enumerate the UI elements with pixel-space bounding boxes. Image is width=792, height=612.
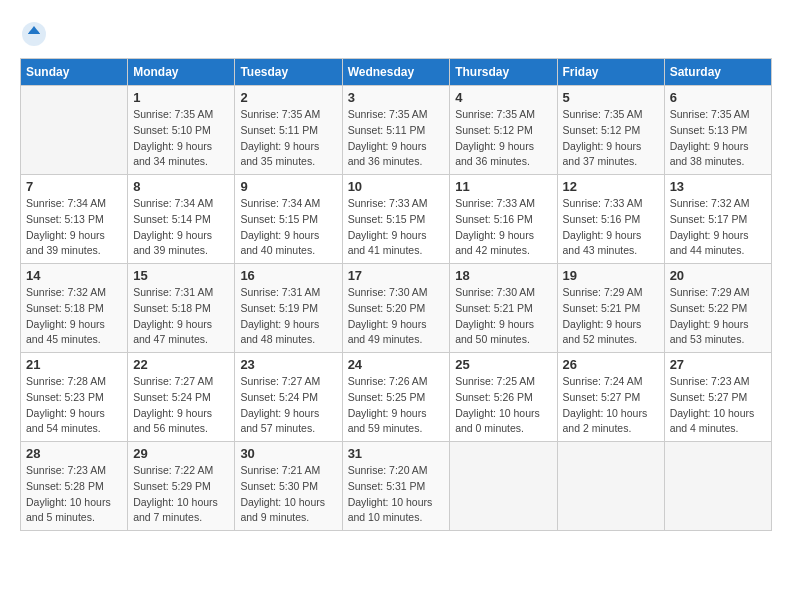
day-info: Sunrise: 7:35 AMSunset: 5:10 PMDaylight:…	[133, 107, 229, 170]
weekday-header-thursday: Thursday	[450, 59, 557, 86]
weekday-header-sunday: Sunday	[21, 59, 128, 86]
day-number: 6	[670, 90, 766, 105]
day-number: 26	[563, 357, 659, 372]
day-number: 13	[670, 179, 766, 194]
day-number: 3	[348, 90, 445, 105]
day-info: Sunrise: 7:35 AMSunset: 5:12 PMDaylight:…	[563, 107, 659, 170]
calendar-cell: 1Sunrise: 7:35 AMSunset: 5:10 PMDaylight…	[128, 86, 235, 175]
day-number: 25	[455, 357, 551, 372]
day-number: 1	[133, 90, 229, 105]
day-info: Sunrise: 7:33 AMSunset: 5:15 PMDaylight:…	[348, 196, 445, 259]
weekday-header-wednesday: Wednesday	[342, 59, 450, 86]
day-info: Sunrise: 7:29 AMSunset: 5:21 PMDaylight:…	[563, 285, 659, 348]
day-info: Sunrise: 7:34 AMSunset: 5:13 PMDaylight:…	[26, 196, 122, 259]
day-info: Sunrise: 7:25 AMSunset: 5:26 PMDaylight:…	[455, 374, 551, 437]
day-info: Sunrise: 7:23 AMSunset: 5:27 PMDaylight:…	[670, 374, 766, 437]
day-info: Sunrise: 7:29 AMSunset: 5:22 PMDaylight:…	[670, 285, 766, 348]
logo	[20, 20, 52, 48]
day-info: Sunrise: 7:27 AMSunset: 5:24 PMDaylight:…	[133, 374, 229, 437]
calendar-week-row: 21Sunrise: 7:28 AMSunset: 5:23 PMDayligh…	[21, 353, 772, 442]
calendar-cell	[557, 442, 664, 531]
day-info: Sunrise: 7:23 AMSunset: 5:28 PMDaylight:…	[26, 463, 122, 526]
day-number: 30	[240, 446, 336, 461]
calendar-cell: 14Sunrise: 7:32 AMSunset: 5:18 PMDayligh…	[21, 264, 128, 353]
calendar-cell: 7Sunrise: 7:34 AMSunset: 5:13 PMDaylight…	[21, 175, 128, 264]
calendar-table: SundayMondayTuesdayWednesdayThursdayFrid…	[20, 58, 772, 531]
calendar-cell: 31Sunrise: 7:20 AMSunset: 5:31 PMDayligh…	[342, 442, 450, 531]
calendar-cell: 27Sunrise: 7:23 AMSunset: 5:27 PMDayligh…	[664, 353, 771, 442]
weekday-header-tuesday: Tuesday	[235, 59, 342, 86]
day-number: 4	[455, 90, 551, 105]
calendar-cell: 5Sunrise: 7:35 AMSunset: 5:12 PMDaylight…	[557, 86, 664, 175]
calendar-cell: 22Sunrise: 7:27 AMSunset: 5:24 PMDayligh…	[128, 353, 235, 442]
day-info: Sunrise: 7:30 AMSunset: 5:20 PMDaylight:…	[348, 285, 445, 348]
calendar-cell: 10Sunrise: 7:33 AMSunset: 5:15 PMDayligh…	[342, 175, 450, 264]
day-info: Sunrise: 7:35 AMSunset: 5:11 PMDaylight:…	[240, 107, 336, 170]
calendar-cell: 20Sunrise: 7:29 AMSunset: 5:22 PMDayligh…	[664, 264, 771, 353]
day-number: 14	[26, 268, 122, 283]
day-number: 19	[563, 268, 659, 283]
day-info: Sunrise: 7:34 AMSunset: 5:15 PMDaylight:…	[240, 196, 336, 259]
day-info: Sunrise: 7:22 AMSunset: 5:29 PMDaylight:…	[133, 463, 229, 526]
day-info: Sunrise: 7:30 AMSunset: 5:21 PMDaylight:…	[455, 285, 551, 348]
calendar-week-row: 1Sunrise: 7:35 AMSunset: 5:10 PMDaylight…	[21, 86, 772, 175]
calendar-cell: 28Sunrise: 7:23 AMSunset: 5:28 PMDayligh…	[21, 442, 128, 531]
calendar-cell: 8Sunrise: 7:34 AMSunset: 5:14 PMDaylight…	[128, 175, 235, 264]
calendar-cell: 2Sunrise: 7:35 AMSunset: 5:11 PMDaylight…	[235, 86, 342, 175]
day-info: Sunrise: 7:33 AMSunset: 5:16 PMDaylight:…	[563, 196, 659, 259]
weekday-header-saturday: Saturday	[664, 59, 771, 86]
weekday-header-friday: Friday	[557, 59, 664, 86]
day-info: Sunrise: 7:21 AMSunset: 5:30 PMDaylight:…	[240, 463, 336, 526]
page-header	[20, 20, 772, 48]
day-number: 15	[133, 268, 229, 283]
calendar-cell: 23Sunrise: 7:27 AMSunset: 5:24 PMDayligh…	[235, 353, 342, 442]
calendar-cell: 24Sunrise: 7:26 AMSunset: 5:25 PMDayligh…	[342, 353, 450, 442]
day-info: Sunrise: 7:35 AMSunset: 5:11 PMDaylight:…	[348, 107, 445, 170]
calendar-week-row: 28Sunrise: 7:23 AMSunset: 5:28 PMDayligh…	[21, 442, 772, 531]
logo-icon	[20, 20, 48, 48]
calendar-cell: 21Sunrise: 7:28 AMSunset: 5:23 PMDayligh…	[21, 353, 128, 442]
calendar-cell: 6Sunrise: 7:35 AMSunset: 5:13 PMDaylight…	[664, 86, 771, 175]
day-info: Sunrise: 7:34 AMSunset: 5:14 PMDaylight:…	[133, 196, 229, 259]
calendar-cell	[21, 86, 128, 175]
calendar-cell: 16Sunrise: 7:31 AMSunset: 5:19 PMDayligh…	[235, 264, 342, 353]
day-number: 10	[348, 179, 445, 194]
calendar-header-row: SundayMondayTuesdayWednesdayThursdayFrid…	[21, 59, 772, 86]
day-info: Sunrise: 7:32 AMSunset: 5:18 PMDaylight:…	[26, 285, 122, 348]
day-number: 12	[563, 179, 659, 194]
calendar-cell: 25Sunrise: 7:25 AMSunset: 5:26 PMDayligh…	[450, 353, 557, 442]
calendar-cell	[450, 442, 557, 531]
calendar-cell: 15Sunrise: 7:31 AMSunset: 5:18 PMDayligh…	[128, 264, 235, 353]
day-info: Sunrise: 7:27 AMSunset: 5:24 PMDaylight:…	[240, 374, 336, 437]
weekday-header-monday: Monday	[128, 59, 235, 86]
calendar-cell: 29Sunrise: 7:22 AMSunset: 5:29 PMDayligh…	[128, 442, 235, 531]
calendar-cell	[664, 442, 771, 531]
day-info: Sunrise: 7:24 AMSunset: 5:27 PMDaylight:…	[563, 374, 659, 437]
day-info: Sunrise: 7:28 AMSunset: 5:23 PMDaylight:…	[26, 374, 122, 437]
day-number: 28	[26, 446, 122, 461]
day-info: Sunrise: 7:31 AMSunset: 5:18 PMDaylight:…	[133, 285, 229, 348]
day-info: Sunrise: 7:35 AMSunset: 5:12 PMDaylight:…	[455, 107, 551, 170]
day-number: 11	[455, 179, 551, 194]
day-number: 31	[348, 446, 445, 461]
day-number: 21	[26, 357, 122, 372]
day-number: 20	[670, 268, 766, 283]
day-info: Sunrise: 7:32 AMSunset: 5:17 PMDaylight:…	[670, 196, 766, 259]
day-number: 18	[455, 268, 551, 283]
calendar-cell: 12Sunrise: 7:33 AMSunset: 5:16 PMDayligh…	[557, 175, 664, 264]
day-info: Sunrise: 7:33 AMSunset: 5:16 PMDaylight:…	[455, 196, 551, 259]
calendar-week-row: 14Sunrise: 7:32 AMSunset: 5:18 PMDayligh…	[21, 264, 772, 353]
day-info: Sunrise: 7:26 AMSunset: 5:25 PMDaylight:…	[348, 374, 445, 437]
calendar-cell: 13Sunrise: 7:32 AMSunset: 5:17 PMDayligh…	[664, 175, 771, 264]
calendar-cell: 17Sunrise: 7:30 AMSunset: 5:20 PMDayligh…	[342, 264, 450, 353]
day-number: 7	[26, 179, 122, 194]
day-number: 9	[240, 179, 336, 194]
day-number: 29	[133, 446, 229, 461]
calendar-cell: 3Sunrise: 7:35 AMSunset: 5:11 PMDaylight…	[342, 86, 450, 175]
calendar-cell: 26Sunrise: 7:24 AMSunset: 5:27 PMDayligh…	[557, 353, 664, 442]
calendar-cell: 30Sunrise: 7:21 AMSunset: 5:30 PMDayligh…	[235, 442, 342, 531]
calendar-cell: 4Sunrise: 7:35 AMSunset: 5:12 PMDaylight…	[450, 86, 557, 175]
day-number: 27	[670, 357, 766, 372]
day-number: 17	[348, 268, 445, 283]
day-info: Sunrise: 7:20 AMSunset: 5:31 PMDaylight:…	[348, 463, 445, 526]
